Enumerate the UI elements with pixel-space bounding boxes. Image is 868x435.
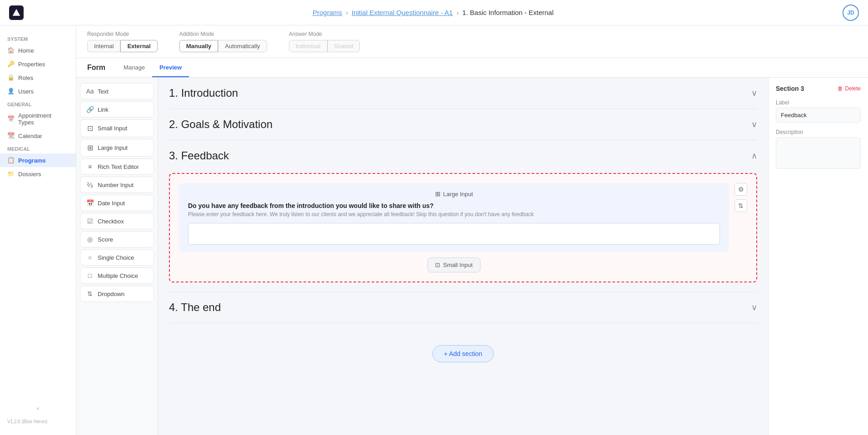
field-type-dropdown[interactable]: ⇅ Dropdown (80, 286, 154, 302)
date-input-field-icon: 📅 (86, 199, 94, 207)
link-field-icon: 🔗 (86, 106, 94, 113)
properties-icon: 🔑 (7, 60, 15, 68)
field-type-link[interactable]: 🔗 Link (80, 101, 154, 118)
individual-mode-button[interactable]: Individual (289, 40, 327, 52)
sidebar-item-home-label: Home (18, 47, 34, 54)
field-type-small-input[interactable]: ⊡ Small Input (80, 119, 154, 137)
breadcrumb-current: 1. Basic Information - External (462, 9, 554, 16)
sidebar-item-properties[interactable]: 🔑 Properties (0, 57, 76, 71)
breadcrumb-programs[interactable]: Programs (312, 9, 342, 16)
section-panel-header: Section 3 🗑 Delete (776, 85, 861, 92)
section-4-header[interactable]: 4. The end ∨ (169, 301, 757, 314)
field-move-button[interactable]: ⇅ (734, 199, 747, 212)
section-3-header[interactable]: 3. Feedback ∧ (169, 149, 757, 162)
section-1-title: 1. Introduction (169, 87, 238, 99)
large-input-answer-field[interactable] (188, 223, 720, 245)
content-area: Responder Mode Internal External Additio… (76, 25, 868, 435)
field-type-rich-text-editor[interactable]: ≡ Rich Text Editor (80, 158, 154, 175)
sidebar-item-users-label: Users (18, 88, 34, 95)
field-settings-button[interactable]: ⚙ (734, 183, 747, 196)
form-tab-title: Form (87, 58, 113, 77)
answer-mode-group: Answer Mode Individual Shared (289, 31, 360, 52)
shared-mode-button[interactable]: Shared (327, 40, 360, 52)
small-input-drop: ⊡ Small Input (179, 257, 729, 272)
sidebar-general-label: General (0, 98, 76, 109)
field-type-single-choice[interactable]: ○ Single Choice (80, 249, 154, 266)
user-avatar[interactable]: JD (843, 5, 859, 21)
field-type-multiple-choice[interactable]: □ Multiple Choice (80, 267, 154, 284)
sidebar-item-users[interactable]: 👤 Users (0, 84, 76, 98)
breadcrumb-questionnaire[interactable]: Initial External Questionnaire - A1 (352, 9, 453, 16)
question-hint: Please enter your feedback here. We trul… (188, 211, 720, 218)
section-2-header[interactable]: 2. Goals & Motivation ∨ (169, 118, 757, 131)
question-text: Do you have any feedback from the introd… (188, 202, 720, 209)
addition-mode-group: Addition Mode Manually Automatically (179, 31, 267, 52)
answer-mode-toggle: Individual Shared (289, 40, 360, 52)
section-3-title: 3. Feedback (169, 149, 229, 162)
preview-tab[interactable]: Preview (152, 59, 189, 77)
description-field-textarea[interactable] (776, 137, 861, 169)
breadcrumb: Programs › Initial External Questionnair… (312, 9, 554, 16)
delete-label: Delete (845, 85, 861, 92)
field-type-checkbox-label: Checkbox (98, 218, 124, 225)
label-field-input[interactable] (776, 108, 861, 123)
home-icon: 🏠 (7, 47, 15, 54)
sidebar-item-appointment-types[interactable]: 📅 Appointment Types (0, 109, 76, 129)
large-input-label: ⊞ Large Input (188, 190, 720, 198)
sidebar-item-properties-label: Properties (18, 61, 45, 68)
field-type-number-input[interactable]: ⅔ Number Input (80, 177, 154, 193)
automatically-mode-button[interactable]: Automatically (218, 40, 267, 52)
sidebar-medical-label: Medical (0, 143, 76, 153)
dossiers-icon: 📁 (7, 170, 15, 178)
section-1-header[interactable]: 1. Introduction ∨ (169, 87, 757, 99)
section-1: 1. Introduction ∨ (169, 78, 757, 109)
sidebar-item-programs[interactable]: 📋 Programs (0, 153, 76, 167)
small-input-field-icon: ⊡ (86, 124, 94, 133)
sidebar-item-programs-label: Programs (18, 157, 46, 164)
field-type-text[interactable]: Aa Text (80, 83, 154, 99)
small-input-chip-label: Small Input (443, 262, 472, 268)
delete-section-button[interactable]: 🗑 Delete (838, 85, 861, 92)
sidebar-item-dossiers[interactable]: 📁 Dossiers (0, 167, 76, 181)
addition-mode-toggle: Manually Automatically (179, 40, 267, 52)
sidebar-item-calendar-label: Calendar (18, 133, 42, 139)
section-3-content: ⊞ Large Input Do you have any feedback f… (169, 162, 757, 282)
text-field-icon: Aa (86, 88, 94, 95)
field-controls: ⚙ ⇅ (734, 183, 747, 212)
sidebar-item-roles-label: Roles (18, 74, 33, 81)
sidebar-system-label: System (0, 33, 76, 44)
dropdown-field-icon: ⇅ (86, 290, 94, 297)
section-3-chevron: ∧ (751, 151, 757, 161)
number-input-field-icon: ⅔ (86, 181, 94, 188)
svg-marker-0 (13, 9, 20, 15)
section-4-title: 4. The end (169, 301, 221, 314)
internal-mode-button[interactable]: Internal (87, 40, 120, 52)
sidebar-item-appointment-types-label: Appointment Types (18, 112, 69, 126)
field-type-multiple-choice-label: Multiple Choice (98, 272, 138, 279)
section-3: 3. Feedback ∧ ⊞ Large Input (169, 140, 757, 292)
field-type-number-input-label: Number Input (98, 182, 134, 188)
appointment-types-icon: 📅 (7, 115, 15, 123)
sidebar-item-roles[interactable]: 🔒 Roles (0, 71, 76, 84)
field-type-large-input[interactable]: ⊞ Large Input (80, 139, 154, 157)
field-type-score-label: Score (98, 236, 113, 243)
manually-mode-button[interactable]: Manually (179, 40, 218, 52)
responder-mode-group: Responder Mode Internal External (87, 31, 158, 52)
small-input-chip[interactable]: ⊡ Small Input (427, 257, 480, 272)
field-type-score[interactable]: ◎ Score (80, 231, 154, 247)
manage-tab[interactable]: Manage (116, 59, 152, 77)
large-input-label-text: Large Input (443, 191, 473, 198)
field-type-checkbox[interactable]: ☑ Checkbox (80, 213, 154, 229)
sidebar: System 🏠 Home 🔑 Properties 🔒 Roles 👤 Use… (0, 25, 76, 435)
field-type-date-input[interactable]: 📅 Date Input (80, 195, 154, 211)
sidebar-item-home[interactable]: 🏠 Home (0, 44, 76, 57)
add-section-button[interactable]: + Add section (432, 345, 493, 362)
field-panel: Aa Text 🔗 Link ⊡ Small Input ⊞ Large Inp… (76, 78, 158, 435)
section-4-chevron: ∨ (751, 302, 757, 312)
sidebar-item-calendar[interactable]: 📆 Calendar (0, 129, 76, 143)
external-mode-button[interactable]: External (120, 40, 157, 52)
field-type-text-label: Text (98, 88, 109, 95)
form-tabs: Form Manage Preview (76, 58, 868, 78)
sidebar-collapse-button[interactable]: ‹ (0, 401, 76, 415)
responder-mode-toggle: Internal External (87, 40, 158, 52)
